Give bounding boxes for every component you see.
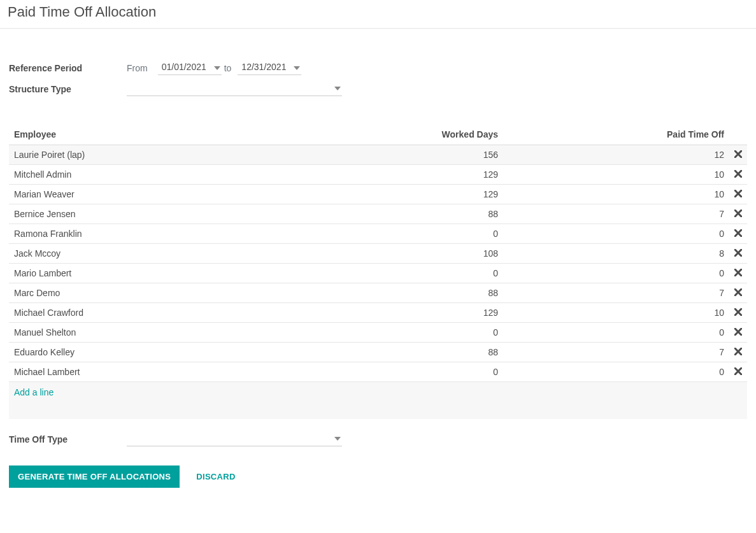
cell-delete	[729, 283, 747, 303]
add-line-link[interactable]: Add a line	[14, 387, 53, 397]
cell-worked-days[interactable]: 88	[280, 343, 503, 362]
cell-worked-days[interactable]: 88	[280, 283, 503, 303]
from-label: From	[127, 63, 148, 73]
form-area: Reference Period From to S	[0, 29, 756, 109]
add-line-row: Add a line	[9, 382, 747, 420]
cell-worked-days[interactable]: 0	[280, 224, 503, 244]
cell-employee[interactable]: Mitchell Admin	[9, 165, 280, 185]
employee-table: Employee Worked Days Paid Time Off Lauri…	[9, 124, 747, 419]
close-icon[interactable]	[734, 348, 742, 355]
cell-pto[interactable]: 7	[503, 343, 729, 362]
cell-delete	[729, 323, 747, 343]
cell-employee[interactable]: Michael Crawford	[9, 303, 280, 323]
close-icon[interactable]	[734, 150, 742, 158]
cell-delete	[729, 244, 747, 264]
cell-employee[interactable]: Marian Weaver	[9, 185, 280, 204]
close-icon[interactable]	[734, 170, 742, 178]
time-off-type-select[interactable]	[127, 432, 342, 446]
generate-button[interactable]: Generate Time Off Allocations	[9, 465, 180, 488]
cell-employee[interactable]: Mario Lambert	[9, 264, 280, 283]
cell-worked-days[interactable]: 88	[280, 204, 503, 224]
cell-pto[interactable]: 0	[503, 224, 729, 244]
cell-worked-days[interactable]: 108	[280, 244, 503, 264]
time-off-type-label: Time Off Type	[9, 434, 127, 444]
cell-delete	[729, 224, 747, 244]
close-icon[interactable]	[734, 269, 742, 276]
cell-employee[interactable]: Laurie Poiret (lap)	[9, 145, 280, 165]
cell-worked-days[interactable]: 156	[280, 145, 503, 165]
cell-pto[interactable]: 0	[503, 323, 729, 343]
footer-area: Time Off Type Generate Time Off Allocati…	[0, 419, 756, 497]
cell-worked-days[interactable]: 0	[280, 323, 503, 343]
cell-employee[interactable]: Bernice Jensen	[9, 204, 280, 224]
cell-delete	[729, 185, 747, 204]
table-row[interactable]: Mario Lambert00	[9, 264, 747, 283]
structure-type-label: Structure Type	[9, 84, 127, 94]
col-delete	[729, 124, 747, 145]
button-row: Generate Time Off Allocations Discard	[9, 465, 747, 488]
cell-pto[interactable]: 7	[503, 204, 729, 224]
table-header-row: Employee Worked Days Paid Time Off	[9, 124, 747, 145]
cell-delete	[729, 303, 747, 323]
table-row[interactable]: Eduardo Kelley887	[9, 343, 747, 362]
col-pto[interactable]: Paid Time Off	[503, 124, 729, 145]
close-icon[interactable]	[734, 308, 742, 316]
close-icon[interactable]	[734, 367, 742, 375]
cell-pto[interactable]: 8	[503, 244, 729, 264]
table-row[interactable]: Manuel Shelton00	[9, 323, 747, 343]
cell-delete	[729, 264, 747, 283]
table-row[interactable]: Marc Demo887	[9, 283, 747, 303]
table-row[interactable]: Laurie Poiret (lap)15612	[9, 145, 747, 165]
cell-employee[interactable]: Marc Demo	[9, 283, 280, 303]
to-label: to	[224, 63, 232, 73]
reference-period-fields: From to	[127, 60, 301, 75]
cell-delete	[729, 145, 747, 165]
close-icon[interactable]	[734, 210, 742, 217]
cell-worked-days[interactable]: 129	[280, 303, 503, 323]
cell-worked-days[interactable]: 0	[280, 264, 503, 283]
cell-pto[interactable]: 10	[503, 165, 729, 185]
table-row[interactable]: Marian Weaver12910	[9, 185, 747, 204]
cell-employee[interactable]: Eduardo Kelley	[9, 343, 280, 362]
structure-type-select[interactable]	[127, 82, 342, 96]
structure-type-row: Structure Type	[9, 82, 747, 96]
table-row[interactable]: Michael Crawford12910	[9, 303, 747, 323]
close-icon[interactable]	[734, 190, 742, 197]
cell-employee[interactable]: Michael Lambert	[9, 362, 280, 382]
cell-pto[interactable]: 0	[503, 362, 729, 382]
cell-delete	[729, 204, 747, 224]
time-off-type-row: Time Off Type	[9, 432, 747, 446]
date-from-input[interactable]	[158, 60, 222, 75]
cell-employee[interactable]: Jack Mccoy	[9, 244, 280, 264]
employee-table-area: Employee Worked Days Paid Time Off Lauri…	[0, 124, 756, 419]
cell-worked-days[interactable]: 129	[280, 165, 503, 185]
close-icon[interactable]	[734, 288, 742, 296]
cell-pto[interactable]: 10	[503, 303, 729, 323]
table-row[interactable]: Mitchell Admin12910	[9, 165, 747, 185]
discard-button[interactable]: Discard	[192, 471, 239, 482]
cell-employee[interactable]: Manuel Shelton	[9, 323, 280, 343]
close-icon[interactable]	[734, 249, 742, 257]
table-row[interactable]: Jack Mccoy1088	[9, 244, 747, 264]
cell-pto[interactable]: 10	[503, 185, 729, 204]
cell-worked-days[interactable]: 129	[280, 185, 503, 204]
table-row[interactable]: Michael Lambert00	[9, 362, 747, 382]
col-employee[interactable]: Employee	[9, 124, 280, 145]
date-to-input[interactable]	[238, 60, 301, 75]
cell-pto[interactable]: 12	[503, 145, 729, 165]
cell-delete	[729, 362, 747, 382]
cell-pto[interactable]: 7	[503, 283, 729, 303]
cell-delete	[729, 343, 747, 362]
reference-period-label: Reference Period	[9, 63, 127, 73]
cell-worked-days[interactable]: 0	[280, 362, 503, 382]
cell-delete	[729, 165, 747, 185]
cell-employee[interactable]: Ramona Franklin	[9, 224, 280, 244]
cell-pto[interactable]: 0	[503, 264, 729, 283]
table-row[interactable]: Bernice Jensen887	[9, 204, 747, 224]
page-title: Paid Time Off Allocation	[0, 0, 756, 29]
close-icon[interactable]	[734, 328, 742, 336]
table-row[interactable]: Ramona Franklin00	[9, 224, 747, 244]
close-icon[interactable]	[734, 229, 742, 237]
reference-period-row: Reference Period From to	[9, 60, 747, 75]
col-worked-days[interactable]: Worked Days	[280, 124, 503, 145]
